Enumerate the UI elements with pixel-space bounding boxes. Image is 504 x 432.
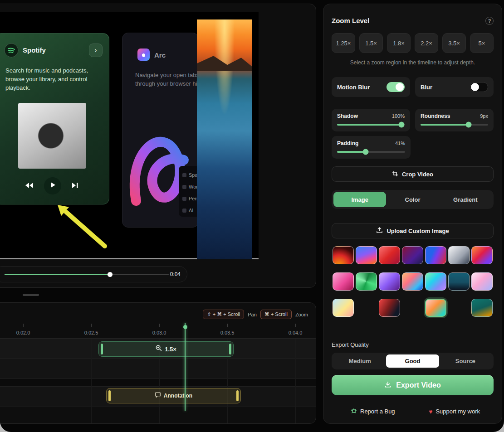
slider-knob[interactable] bbox=[398, 122, 404, 128]
crop-icon bbox=[392, 170, 398, 178]
zoom-option-button[interactable]: 3.5× bbox=[442, 33, 466, 53]
segment-right-handle[interactable] bbox=[236, 390, 239, 401]
slider-knob[interactable] bbox=[465, 122, 471, 128]
annotation-segment[interactable]: Annotation bbox=[106, 388, 241, 403]
background-thumbnail[interactable] bbox=[471, 246, 493, 264]
zoom-segment-label: 1.5× bbox=[165, 346, 176, 353]
ruler-tick bbox=[91, 324, 92, 327]
pan-shortcut-keys: ⇧ + ⌘ + Scroll bbox=[203, 310, 244, 319]
panel-resize-handle[interactable] bbox=[23, 294, 39, 296]
menu-item-icon bbox=[182, 197, 186, 201]
playback-scrubber[interactable]: 0:04 bbox=[0, 266, 187, 282]
video-canvas[interactable]: Spotify › Search for music and podcasts,… bbox=[0, 12, 259, 259]
zoom-segment[interactable]: 1.5× bbox=[98, 341, 234, 357]
spotify-card-title: Spotify bbox=[23, 46, 46, 54]
timeline-panel: ⇧ + ⌘ + Scroll Pan ⌘ + Scroll Zoom 0:02.… bbox=[0, 302, 316, 424]
ruler-tick bbox=[295, 324, 296, 327]
roundness-value: 9px bbox=[480, 113, 488, 119]
background-thumbnail[interactable] bbox=[425, 272, 446, 291]
quality-medium[interactable]: Medium bbox=[333, 354, 386, 368]
skip-forward-icon[interactable] bbox=[71, 182, 80, 190]
background-thumbnail[interactable] bbox=[356, 246, 377, 264]
toggle-knob bbox=[471, 83, 479, 91]
crop-video-button[interactable]: Crop Video bbox=[332, 166, 494, 182]
background-thumbnail[interactable] bbox=[333, 272, 354, 291]
skip-back-icon[interactable] bbox=[25, 182, 34, 190]
motion-blur-card: Motion Blur bbox=[332, 77, 410, 97]
shadow-slider[interactable] bbox=[337, 124, 405, 126]
shadow-card: Shadow 100% bbox=[332, 109, 410, 131]
ruler-label: 0:03.0 bbox=[152, 330, 166, 335]
arc-card-title: Arc bbox=[154, 51, 166, 59]
tab-color[interactable]: Color bbox=[386, 192, 439, 207]
background-thumbnail[interactable] bbox=[379, 299, 400, 317]
padding-card: Padding 41% bbox=[332, 136, 411, 159]
bug-icon bbox=[351, 408, 357, 415]
spotify-open-button[interactable]: › bbox=[89, 44, 103, 57]
playhead-handle[interactable] bbox=[183, 325, 187, 329]
scrubber-remaining bbox=[110, 274, 169, 275]
export-video-button[interactable]: Export Video bbox=[332, 375, 494, 395]
background-thumbnail[interactable] bbox=[402, 272, 423, 291]
quality-source[interactable]: Source bbox=[439, 354, 492, 368]
upload-custom-image-button[interactable]: Upload Custom Image bbox=[332, 223, 494, 238]
report-bug-link[interactable]: Report a Bug bbox=[351, 408, 395, 415]
slider-fill bbox=[337, 124, 401, 126]
zoom-option-button[interactable]: 1.25× bbox=[332, 33, 355, 53]
motion-blur-label: Motion Blur bbox=[337, 84, 370, 91]
background-thumbnail[interactable] bbox=[448, 246, 470, 264]
segment-left-handle[interactable] bbox=[101, 344, 103, 354]
menu-item-icon bbox=[182, 185, 186, 189]
zoom-region-hint: Select a zoom region in the timeline to … bbox=[332, 59, 494, 66]
spotify-card-description: Search for music and podcasts, browse yo… bbox=[5, 66, 101, 92]
background-thumbnail[interactable] bbox=[425, 246, 446, 264]
scrubber-handle[interactable] bbox=[108, 272, 113, 277]
motion-blur-toggle[interactable] bbox=[387, 82, 405, 92]
blur-card: Blur bbox=[415, 77, 494, 97]
playhead[interactable] bbox=[185, 323, 186, 411]
background-thumbnail[interactable] bbox=[471, 272, 493, 291]
tab-image[interactable]: Image bbox=[333, 192, 386, 207]
play-icon bbox=[49, 182, 56, 190]
background-thumbnail[interactable] bbox=[379, 272, 400, 291]
background-thumbnail[interactable] bbox=[333, 246, 354, 264]
support-link[interactable]: ♥ Support my work bbox=[429, 408, 480, 415]
background-thumbnail[interactable] bbox=[471, 299, 493, 317]
zoom-option-button[interactable]: 5× bbox=[470, 33, 494, 53]
heart-icon: ♥ bbox=[429, 408, 432, 415]
slider-fill bbox=[421, 124, 469, 126]
zoom-in-icon bbox=[156, 345, 162, 353]
spotify-card: Spotify › Search for music and podcasts,… bbox=[0, 33, 109, 204]
blur-label: Blur bbox=[421, 84, 432, 91]
zoom-option-button[interactable]: 1.5× bbox=[359, 33, 383, 53]
blur-toggle[interactable] bbox=[470, 82, 488, 92]
zoom-option-button[interactable]: 2.2× bbox=[415, 33, 438, 53]
timeline-track-2[interactable] bbox=[0, 359, 316, 379]
ruler-label: 0:02.0 bbox=[16, 330, 30, 335]
ruler-tick bbox=[23, 324, 24, 327]
background-thumbnail[interactable] bbox=[333, 299, 354, 317]
padding-slider[interactable] bbox=[337, 151, 405, 153]
mountain-ridge bbox=[197, 53, 252, 71]
spotify-icon bbox=[4, 43, 19, 59]
help-icon[interactable]: ? bbox=[485, 17, 494, 25]
play-button[interactable] bbox=[44, 177, 61, 194]
segment-right-handle[interactable] bbox=[229, 344, 231, 354]
background-thumbnail[interactable] bbox=[379, 246, 400, 264]
slider-knob[interactable] bbox=[363, 149, 369, 155]
download-icon bbox=[384, 381, 391, 390]
zoom-level-options: 1.25× 1.5× 1.8× 2.2× 3.5× 5× bbox=[332, 33, 494, 53]
segment-left-handle[interactable] bbox=[108, 390, 111, 401]
sunset-wallpaper-strip bbox=[197, 19, 252, 259]
scrubber-progress bbox=[5, 274, 110, 275]
quality-good[interactable]: Good bbox=[386, 354, 439, 368]
roundness-slider[interactable] bbox=[421, 124, 488, 126]
background-thumbnail[interactable] bbox=[448, 272, 470, 291]
background-thumbnail[interactable] bbox=[402, 246, 423, 264]
tab-gradient[interactable]: Gradient bbox=[439, 192, 492, 207]
zoom-option-button[interactable]: 1.8× bbox=[387, 33, 411, 53]
slider-fill bbox=[337, 151, 366, 153]
background-thumbnail[interactable] bbox=[356, 272, 377, 291]
background-thumbnail-selected[interactable] bbox=[425, 299, 446, 317]
menu-item-label: AI bbox=[189, 208, 193, 213]
